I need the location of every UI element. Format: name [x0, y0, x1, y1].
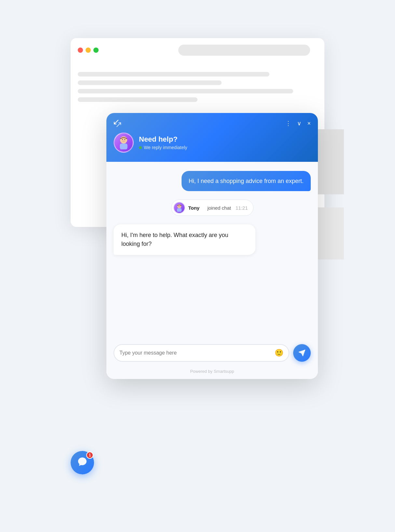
svg-point-7: [124, 139, 125, 140]
message-input-wrapper: 🙂: [114, 344, 289, 362]
send-button[interactable]: [293, 344, 311, 362]
browser-content: [71, 62, 324, 116]
join-action: [203, 205, 204, 211]
agent-message: Hi, I'm here to help. What exactly are y…: [114, 224, 311, 255]
close-button[interactable]: ×: [307, 120, 311, 127]
svg-rect-4: [120, 144, 127, 149]
traffic-light-green[interactable]: [93, 48, 99, 53]
content-line: [78, 97, 198, 102]
agent-bubble: Hi, I'm here to help. What exactly are y…: [114, 224, 255, 255]
browser-titlebar: [71, 38, 324, 62]
join-pill: Tony joined chat 11:21: [171, 200, 253, 216]
minimize-button[interactable]: ∨: [297, 120, 301, 127]
chat-launcher-button[interactable]: 1: [71, 451, 94, 474]
message-input[interactable]: [119, 350, 271, 356]
url-bar: [178, 45, 310, 56]
send-icon: [298, 349, 306, 357]
emoji-button[interactable]: 🙂: [275, 349, 283, 357]
status-text: We reply immediately: [144, 145, 187, 150]
content-line: [78, 80, 222, 85]
user-message: Hi, I need a shopping advice from an exp…: [114, 171, 311, 191]
traffic-light-yellow[interactable]: [86, 48, 91, 53]
chat-header: ⋮ ∨ ×: [106, 113, 318, 162]
user-bubble: Hi, I need a shopping advice from an exp…: [182, 171, 311, 191]
svg-point-9: [178, 206, 179, 206]
join-notification: Tony joined chat 11:21: [114, 200, 311, 216]
join-action-text: joined chat: [207, 205, 231, 211]
svg-rect-11: [177, 208, 181, 212]
agent-info: Need help? We reply immediately: [114, 133, 311, 153]
content-line: [78, 72, 269, 77]
chat-title: Need help?: [139, 135, 187, 144]
join-avatar: [173, 202, 185, 214]
header-controls: ⋮ ∨ ×: [114, 119, 311, 127]
expand-icon[interactable]: [114, 119, 121, 127]
notification-badge: 1: [86, 452, 93, 459]
avatar: [114, 133, 134, 153]
chat-launcher-icon: [77, 456, 88, 469]
online-indicator: [139, 146, 142, 149]
join-time: 11:21: [236, 205, 248, 211]
agent-text: Need help? We reply immediately: [139, 135, 187, 150]
traffic-light-red[interactable]: [78, 48, 83, 53]
svg-line-0: [114, 120, 118, 124]
chat-input-area: 🙂: [106, 344, 318, 367]
powered-by: Powered by Smartsupp: [106, 367, 318, 379]
svg-point-6: [122, 139, 123, 140]
content-line: [78, 89, 293, 93]
agent-status: We reply immediately: [139, 145, 187, 150]
chat-body: Hi, I need a shopping advice from an exp…: [106, 162, 318, 344]
menu-button[interactable]: ⋮: [285, 120, 291, 127]
chat-widget: ⋮ ∨ ×: [106, 113, 318, 379]
svg-point-10: [180, 206, 180, 206]
join-name: Tony: [188, 205, 200, 211]
header-right-icons: ⋮ ∨ ×: [285, 120, 311, 127]
svg-line-1: [117, 123, 121, 127]
